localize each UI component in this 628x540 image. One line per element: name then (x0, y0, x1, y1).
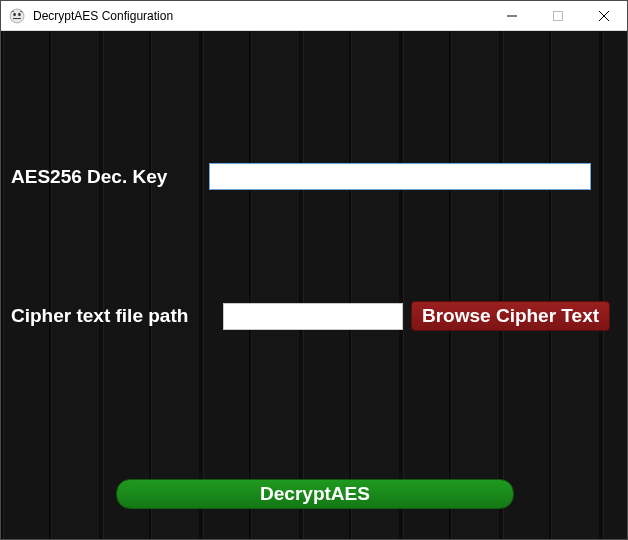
titlebar[interactable]: DecryptAES Configuration (1, 1, 627, 31)
app-window: DecryptAES Configuration AES256 Dec. Key… (0, 0, 628, 540)
decrypt-button[interactable]: DecryptAES (116, 479, 514, 509)
browse-cipher-button[interactable]: Browse Cipher Text (411, 301, 610, 331)
cipher-path-label: Cipher text file path (11, 305, 223, 327)
aes-key-input[interactable] (209, 163, 591, 190)
app-icon (9, 8, 25, 24)
maximize-button (535, 1, 581, 30)
svg-rect-4 (554, 11, 563, 20)
aes-key-label: AES256 Dec. Key (11, 166, 209, 188)
svg-point-1 (13, 12, 16, 15)
window-title: DecryptAES Configuration (33, 9, 489, 23)
svg-point-2 (18, 12, 21, 15)
client-area: AES256 Dec. Key Cipher text file path Br… (1, 31, 627, 539)
minimize-button[interactable] (489, 1, 535, 30)
aes-key-row: AES256 Dec. Key (11, 163, 617, 190)
close-button[interactable] (581, 1, 627, 30)
cipher-path-input[interactable] (223, 303, 403, 330)
window-controls (489, 1, 627, 30)
cipher-path-row: Cipher text file path Browse Cipher Text (11, 301, 617, 331)
